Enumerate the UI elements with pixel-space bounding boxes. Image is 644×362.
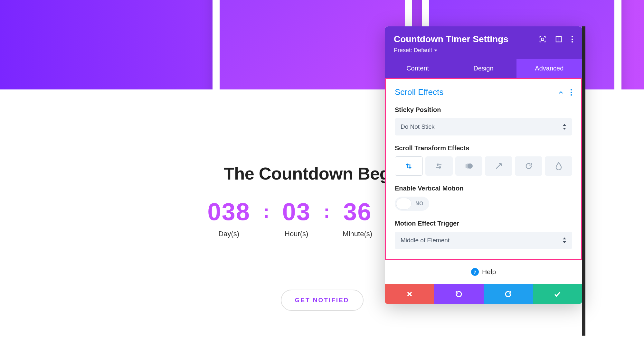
separator: : — [324, 202, 330, 221]
tab-design[interactable]: Design — [450, 59, 516, 78]
panel-body: Scroll Effects Sticky Position Do Not St… — [385, 78, 582, 260]
redo-button[interactable] — [484, 284, 533, 304]
redo-icon — [504, 290, 512, 298]
days-value: 038 — [207, 200, 250, 224]
svg-point-7 — [571, 91, 572, 93]
countdown-minutes: 36 Minute(s) — [343, 200, 372, 238]
enable-vertical-toggle[interactable]: NO — [395, 197, 429, 211]
check-icon — [554, 290, 561, 298]
svg-point-4 — [572, 39, 573, 40]
blur-icon[interactable] — [455, 156, 483, 176]
motion-trigger-label: Motion Effect Trigger — [395, 220, 572, 227]
footer-actions — [385, 284, 582, 304]
svg-rect-0 — [541, 38, 544, 40]
section-more-icon[interactable] — [570, 89, 572, 96]
svg-point-8 — [571, 94, 572, 95]
hours-value: 03 — [282, 200, 311, 224]
scale-icon[interactable] — [485, 156, 512, 176]
toggle-knob — [396, 198, 412, 209]
svg-point-6 — [571, 89, 572, 90]
countdown-days: 038 Day(s) — [207, 200, 250, 238]
chevron-up-icon[interactable] — [558, 89, 564, 95]
toggle-value: NO — [412, 201, 428, 207]
days-label: Day(s) — [207, 230, 250, 238]
help-label: Help — [482, 268, 496, 276]
opacity-icon[interactable] — [545, 156, 572, 176]
more-icon[interactable] — [571, 36, 573, 43]
snap-icon[interactable] — [555, 36, 562, 43]
countdown-hours: 03 Hour(s) — [282, 200, 311, 238]
panel-tabs: Content Design Advanced — [385, 59, 582, 78]
minutes-label: Minute(s) — [343, 230, 372, 238]
caret-down-icon — [434, 49, 437, 52]
save-button[interactable] — [533, 284, 582, 304]
scroll-indicator — [582, 26, 585, 336]
mock-phone-left — [213, 0, 412, 89]
svg-point-3 — [572, 36, 573, 37]
minutes-value: 36 — [343, 200, 372, 224]
sticky-position-select[interactable]: Do Not Stick — [395, 118, 572, 135]
expand-icon[interactable] — [539, 36, 546, 43]
undo-button[interactable] — [434, 284, 483, 304]
select-arrows-icon — [563, 237, 566, 243]
cancel-button[interactable] — [385, 284, 434, 304]
transform-effects-label: Scroll Transform Effects — [395, 144, 572, 152]
vertical-motion-icon[interactable] — [395, 156, 423, 176]
undo-icon — [455, 290, 463, 298]
separator: : — [263, 202, 269, 221]
hours-label: Hour(s) — [282, 230, 311, 238]
panel-title: Countdown Timer Settings — [394, 34, 508, 44]
motion-trigger-select[interactable]: Middle of Element — [395, 232, 572, 249]
sticky-position-value: Do Not Stick — [401, 123, 435, 130]
toggle-title: Scroll Effects — [395, 87, 443, 97]
get-notified-button[interactable]: GET NOTIFIED — [281, 290, 364, 311]
close-icon — [406, 291, 413, 297]
tab-advanced[interactable]: Advanced — [516, 59, 582, 78]
tab-content[interactable]: Content — [385, 59, 450, 78]
toggle-section-header[interactable]: Scroll Effects — [395, 87, 572, 97]
rotate-icon[interactable] — [515, 156, 542, 176]
panel-header: Countdown Timer Settings Preset: Default — [385, 26, 582, 59]
transform-effects-strip — [395, 156, 572, 176]
preset-selector[interactable]: Preset: Default — [394, 47, 573, 54]
svg-point-5 — [572, 41, 573, 42]
horizontal-motion-icon[interactable] — [425, 156, 453, 176]
help-link[interactable]: ? Help — [385, 260, 582, 284]
preset-label: Preset: Default — [394, 47, 432, 54]
enable-vertical-label: Enable Vertical Motion — [395, 185, 572, 192]
settings-panel: Countdown Timer Settings Preset: Default… — [385, 26, 582, 304]
select-arrows-icon — [563, 124, 566, 130]
sticky-position-label: Sticky Position — [395, 106, 572, 114]
motion-trigger-value: Middle of Element — [401, 237, 450, 244]
help-icon: ? — [471, 268, 479, 276]
